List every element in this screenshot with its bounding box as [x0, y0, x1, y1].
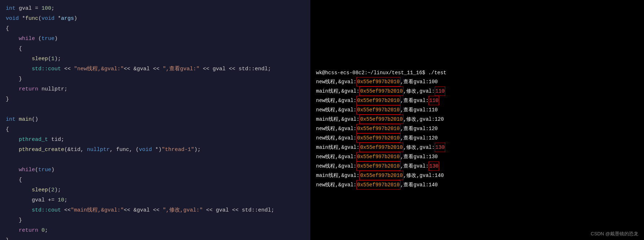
code-line: {	[0, 125, 310, 135]
code-line: {	[0, 175, 310, 185]
code-line: sleep(1);	[0, 54, 310, 64]
terminal-line: new线程,&gval:0x55ef997b2010,查看gval:140	[316, 180, 638, 190]
code-line: {	[0, 24, 310, 34]
terminal-line: new线程,&gval:0x55ef997b2010,查看gval:130	[316, 161, 638, 171]
code-line: }	[0, 74, 310, 84]
code-line: }	[0, 236, 310, 240]
terminal-line: new线程,&gval:0x55ef997b2010,查看gval:110	[316, 96, 638, 105]
code-line: int gval = 100;	[0, 4, 310, 14]
terminal-content: wk@hcss-ecs-08c2:~/linux/test_11_16$ ./t…	[310, 65, 644, 240]
code-line: int main()	[0, 115, 310, 125]
terminal-line: main线程,&gval:0x55ef997b2010,修改,gval:110	[316, 86, 638, 96]
code-line: pthread_t tid;	[0, 135, 310, 145]
code-line: pthread_create(&tid, nullptr, func, (voi…	[0, 145, 310, 155]
terminal-line: main线程,&gval:0x55ef997b2010,修改,gval:140	[316, 171, 638, 180]
code-line: void *func(void *args)	[0, 14, 310, 24]
code-editor: int gval = 100;void *func(void *args){ w…	[0, 0, 310, 240]
code-line: while(true)	[0, 165, 310, 175]
terminal-line: new线程,&gval:0x55ef997b2010,查看gval:100	[316, 77, 638, 86]
terminal-line: new线程,&gval:0x55ef997b2010,查看gval:120	[316, 133, 638, 143]
terminal-line: new线程,&gval:0x55ef997b2010,查看gval:130	[316, 152, 638, 161]
terminal-line: new线程,&gval:0x55ef997b2010,查看gval:120	[316, 124, 638, 133]
watermark: CSDN @戴墨镜的恐龙	[591, 231, 638, 237]
code-line	[0, 105, 310, 115]
code-line: std::cout <<"main线程,&gval:"<< &gval << "…	[0, 205, 310, 215]
code-line: gval += 10;	[0, 195, 310, 205]
code-line: return nullptr;	[0, 84, 310, 94]
code-line: }	[0, 94, 310, 105]
code-line	[0, 155, 310, 165]
terminal-prompt: wk@hcss-ecs-08c2:~/linux/test_11_16$ ./t…	[316, 68, 638, 77]
code-line: std::cout << "new线程,&gval:"<< &gval << "…	[0, 64, 310, 74]
terminal-line: main线程,&gval:0x55ef997b2010,修改,gval:120	[316, 115, 638, 124]
terminal-line: new线程,&gval:0x55ef997b2010,查看gval:110	[316, 105, 638, 115]
terminal: wk@hcss-ecs-08c2:~/linux/test_11_16$ ./t…	[310, 0, 644, 240]
code-line: return 0;	[0, 226, 310, 236]
code-line: }	[0, 215, 310, 226]
code-line: while (true)	[0, 34, 310, 44]
terminal-line: main线程,&gval:0x55ef997b2010,修改,gval:130	[316, 143, 638, 152]
code-line: {	[0, 44, 310, 54]
code-line: sleep(2);	[0, 185, 310, 195]
